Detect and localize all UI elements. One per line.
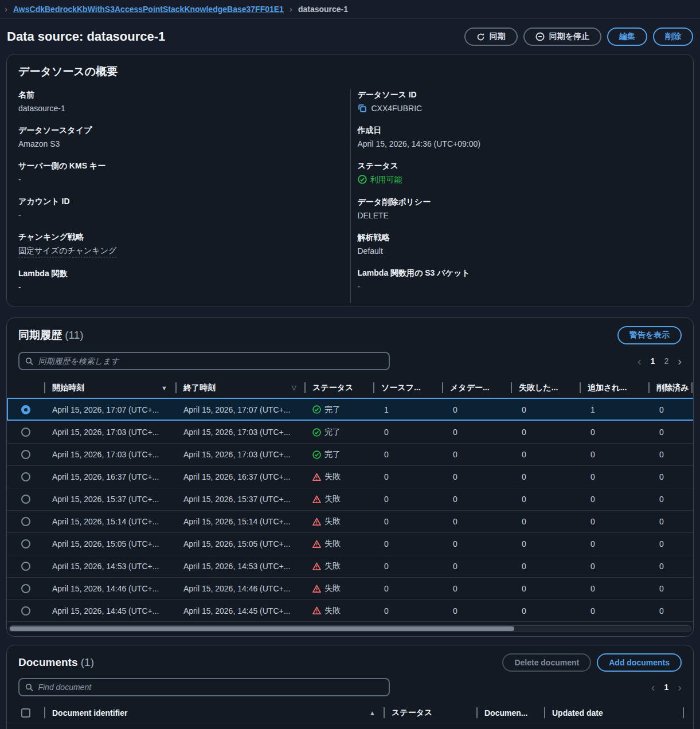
warning-triangle-icon (312, 606, 321, 615)
cell-end-time: April 15, 2026, 14:45 (UTC+... (175, 606, 304, 616)
copy-icon[interactable] (358, 104, 367, 113)
cell-start-time: April 15, 2026, 17:03 (UTC+... (44, 428, 175, 437)
column-failed[interactable]: 失敗した... (511, 378, 580, 398)
table-row[interactable]: s3://non-97-fsxn-vol-ckrnrkqm9ufbcc7daz8… (7, 723, 693, 729)
sort-descending-icon[interactable]: ▼ (161, 385, 167, 391)
field-account-id: アカウント ID - (18, 195, 350, 221)
page-title: Data source: datasource-1 (7, 29, 165, 44)
breadcrumb: › AwsCdkBedrockKbWithS3AccessPointStackK… (0, 0, 700, 19)
sync-button-label: 同期 (490, 32, 506, 42)
cell-status: 失敗 (304, 539, 373, 549)
breadcrumb-parent-link[interactable]: AwsCdkBedrockKbWithS3AccessPointStackKno… (13, 5, 284, 14)
delete-button-label: 削除 (665, 32, 681, 42)
table-row[interactable]: April 15, 2026, 14:53 (UTC+... April 15,… (7, 555, 693, 577)
warning-triangle-icon (312, 585, 321, 593)
column-doc-status[interactable]: ステータス (384, 703, 476, 723)
documents-panel: Documents (1) Delete document Add docume… (6, 645, 694, 729)
column-source-files[interactable]: ソースフ... (373, 378, 442, 398)
column-document-type[interactable]: Documen... (476, 703, 544, 723)
row-radio[interactable] (21, 562, 30, 571)
column-status[interactable]: ステータス (304, 378, 373, 398)
add-documents-button[interactable]: Add documents (597, 653, 682, 672)
table-row[interactable]: April 15, 2026, 16:37 (UTC+... April 15,… (7, 465, 693, 488)
add-documents-label: Add documents (609, 658, 670, 667)
row-radio[interactable] (21, 539, 30, 548)
datasource-overview-panel: データソースの概要 名前 datasource-1 データソースタイプ Amaz… (6, 54, 694, 307)
chunking-strategy-link[interactable]: 固定サイズのチャンキング (18, 245, 116, 257)
column-extra (683, 703, 693, 723)
row-radio[interactable] (21, 584, 30, 593)
cell-end-time: April 15, 2026, 17:03 (UTC+... (175, 450, 304, 459)
field-lambda-s3-bucket: Lambda 関数用の S3 バケット - (358, 267, 682, 292)
table-row[interactable]: April 15, 2026, 15:14 (UTC+... April 15,… (7, 510, 693, 532)
row-radio[interactable] (21, 428, 30, 437)
pagination-prev-icon[interactable]: ‹ (638, 355, 642, 367)
table-row[interactable]: April 15, 2026, 15:37 (UTC+... April 15,… (7, 488, 693, 510)
cell-end-time: April 15, 2026, 16:37 (UTC+... (175, 472, 304, 481)
column-select-all (7, 703, 44, 723)
search-icon (25, 357, 33, 366)
column-deleted[interactable]: 削除済み (648, 378, 691, 398)
pagination-page-2[interactable]: 2 (664, 356, 669, 366)
row-radio[interactable] (21, 472, 30, 481)
document-search-input[interactable] (38, 683, 383, 692)
column-end-time[interactable]: 終了時刻 ▽ (175, 378, 304, 398)
field-created-date: 作成日 April 15, 2026, 14:36 (UTC+09:00) (358, 124, 682, 150)
delete-button[interactable]: 削除 (653, 28, 693, 46)
cell-start-time: April 15, 2026, 14:45 (UTC+... (44, 606, 175, 616)
table-row[interactable]: April 15, 2026, 17:07 (UTC+... April 15,… (7, 398, 693, 421)
select-all-checkbox[interactable] (21, 708, 30, 718)
column-added[interactable]: 追加され... (580, 378, 648, 398)
delete-document-button[interactable]: Delete document (502, 653, 591, 672)
table-row[interactable]: April 15, 2026, 14:46 (UTC+... April 15,… (7, 577, 693, 599)
stop-circle-icon (535, 32, 545, 41)
pagination-prev-icon[interactable]: ‹ (651, 681, 655, 693)
sync-pagination: ‹ 1 2 › (638, 355, 682, 367)
documents-pagination: ‹ 1 › (651, 681, 682, 693)
column-metadata[interactable]: メタデー... (442, 378, 511, 398)
pagination-next-icon[interactable]: › (678, 681, 682, 693)
cell-status: 失敗 (304, 494, 373, 504)
row-radio[interactable] (21, 606, 30, 616)
pagination-page-1[interactable]: 1 (651, 356, 655, 366)
column-select (7, 378, 44, 398)
table-row[interactable]: April 15, 2026, 17:03 (UTC+... April 15,… (7, 443, 693, 465)
column-start-time[interactable]: 開始時刻 ▼ (44, 378, 175, 398)
sort-icon[interactable]: ▽ (292, 384, 296, 391)
show-warnings-button[interactable]: 警告を表示 (617, 326, 682, 344)
cell-status: 失敗 (304, 583, 373, 594)
sync-button[interactable]: 同期 (464, 28, 518, 46)
cell-status: 失敗 (304, 561, 373, 571)
field-lambda-function: Lambda 関数 - (18, 268, 350, 293)
cell-end-time: April 15, 2026, 14:46 (UTC+... (175, 584, 304, 593)
table-row[interactable]: April 15, 2026, 17:03 (UTC+... April 15,… (7, 421, 693, 443)
documents-title: Documents (1) (18, 656, 94, 669)
scrollbar-thumb[interactable] (10, 626, 514, 631)
pagination-next-icon[interactable]: › (678, 355, 682, 367)
cell-status: 失敗 (304, 472, 373, 482)
horizontal-scrollbar[interactable] (9, 625, 691, 632)
sync-history-table: 開始時刻 ▼ 終了時刻 ▽ ステータス ソースフ... メタデー... 失敗した… (7, 378, 693, 398)
row-radio[interactable] (21, 495, 30, 504)
document-search-box (18, 678, 390, 696)
stop-sync-button[interactable]: 同期を停止 (523, 28, 601, 46)
sync-history-title: 同期履歴 (11) (18, 328, 84, 343)
cell-source-files: 1 (373, 405, 442, 414)
table-row[interactable]: April 15, 2026, 15:05 (UTC+... April 15,… (7, 532, 693, 555)
show-warnings-label: 警告を表示 (629, 330, 670, 340)
warning-triangle-icon (312, 473, 321, 481)
edit-button[interactable]: 編集 (607, 28, 647, 46)
table-row[interactable]: April 15, 2026, 14:45 (UTC+... April 15,… (7, 599, 693, 622)
column-updated-date[interactable]: Updated date (544, 703, 683, 723)
edit-button-label: 編集 (619, 32, 635, 42)
row-radio[interactable] (21, 450, 30, 459)
row-radio-selected[interactable] (21, 405, 30, 414)
check-circle-icon (312, 405, 321, 414)
sync-search-input[interactable] (38, 356, 383, 366)
cell-end-time: April 15, 2026, 17:07 (UTC+... (175, 405, 304, 414)
pagination-page-1[interactable]: 1 (664, 683, 669, 692)
sort-ascending-icon[interactable]: ▲ (369, 710, 376, 716)
row-radio[interactable] (21, 517, 30, 526)
check-circle-icon (312, 450, 321, 459)
column-document-identifier[interactable]: Document identifier ▲ (44, 703, 384, 723)
